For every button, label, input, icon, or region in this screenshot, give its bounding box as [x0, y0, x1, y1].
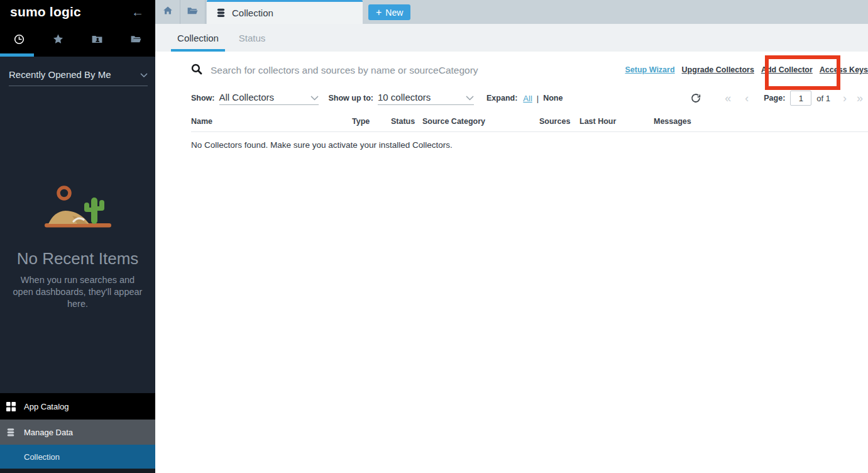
- open-folder-icon: [187, 5, 199, 19]
- sidebar-tab-library[interactable]: [116, 24, 155, 57]
- subtab-bar: Collection Status: [155, 24, 868, 52]
- home-icon: [162, 5, 173, 19]
- expand-none-label[interactable]: None: [543, 94, 563, 103]
- active-nav-indicator: [0, 53, 34, 57]
- subtab-collection[interactable]: Collection: [171, 24, 225, 52]
- sumo-logic-logo: sumo logic: [10, 4, 81, 19]
- subtab-status[interactable]: Status: [225, 24, 279, 52]
- home-button[interactable]: [155, 0, 180, 24]
- open-folder-icon: [130, 33, 142, 48]
- tab-strip: Collection + New: [155, 0, 868, 24]
- tab-collection[interactable]: Collection: [207, 0, 363, 24]
- sidebar-item-label: Collection: [24, 452, 60, 462]
- prev-page-icon[interactable]: ‹: [745, 92, 749, 104]
- app-window: sumo logic ← Recently Opened By Me: [0, 0, 868, 473]
- tab-label: Collection: [232, 8, 273, 18]
- sidebar-item-label: Manage Data: [24, 428, 73, 437]
- show-select[interactable]: All Collectors: [219, 92, 319, 105]
- access-keys-link[interactable]: Access Keys: [820, 65, 868, 74]
- desert-illustration: [31, 224, 125, 235]
- sidebar-icon-nav: [0, 24, 155, 57]
- setup-wizard-link[interactable]: Setup Wizard: [625, 65, 675, 74]
- empty-state-description: When you run searches and open dashboard…: [12, 274, 144, 310]
- filter-row: Show: All Collectors Show up to: 10 coll…: [155, 86, 868, 111]
- empty-state-title: No Recent Items: [0, 249, 155, 269]
- sidebar-item-app-catalog[interactable]: App Catalog: [0, 393, 155, 420]
- first-page-icon[interactable]: «: [725, 92, 731, 104]
- new-button[interactable]: + New: [368, 4, 410, 20]
- page-total-label: of 1: [816, 94, 830, 103]
- sidebar-tab-shared[interactable]: [78, 24, 117, 57]
- sidebar: sumo logic ← Recently Opened By Me: [0, 0, 155, 473]
- sidebar-bottom-menu: App Catalog Manage Data Collection: [0, 393, 155, 473]
- show-up-to-value: 10 collectors: [378, 92, 431, 103]
- new-button-label: New: [385, 8, 403, 18]
- col-header-messages: Messages: [654, 117, 691, 126]
- page-label: Page:: [764, 94, 785, 103]
- col-header-sources: Sources: [539, 117, 570, 126]
- collection-database-icon: [216, 8, 226, 18]
- sidebar-item-manage-data[interactable]: Manage Data: [0, 420, 155, 445]
- refresh-icon[interactable]: [691, 93, 701, 103]
- star-icon: [52, 33, 64, 48]
- add-collector-link[interactable]: Add Collector: [761, 65, 813, 74]
- database-icon: [6, 427, 16, 438]
- col-header-last-hour: Last Hour: [580, 117, 616, 126]
- table-header: Name Type Status Source Category Sources…: [191, 114, 868, 132]
- show-label: Show:: [191, 94, 215, 103]
- library-button[interactable]: [180, 0, 206, 24]
- sidebar-item-label: App Catalog: [24, 402, 69, 411]
- sidebar-tab-favorites[interactable]: [39, 24, 78, 57]
- col-header-status: Status: [391, 117, 415, 126]
- expand-all-link[interactable]: All: [523, 94, 532, 103]
- grid-icon: [6, 402, 16, 411]
- subtab-label: Status: [239, 33, 266, 43]
- page-number-input[interactable]: [790, 91, 811, 106]
- expand-label: Expand:: [486, 94, 517, 103]
- collection-content: Setup Wizard Upgrade Collectors Add Coll…: [155, 52, 868, 473]
- plus-icon: +: [376, 8, 382, 18]
- search-input[interactable]: [211, 65, 600, 76]
- next-page-icon[interactable]: ›: [843, 92, 847, 104]
- sidebar-empty-state: No Recent Items When you run searches an…: [0, 184, 155, 310]
- sidebar-header: sumo logic ←: [0, 0, 155, 24]
- col-header-type: Type: [352, 117, 370, 126]
- recently-opened-selector[interactable]: Recently Opened By Me: [9, 69, 148, 86]
- chevron-down-icon: [140, 69, 148, 80]
- chevron-down-icon: [310, 92, 319, 103]
- sidebar-bottom-strip: [0, 469, 155, 473]
- toolbar-links: Setup Wizard Upgrade Collectors Add Coll…: [625, 65, 868, 74]
- search-icon: [191, 64, 202, 77]
- sidebar-item-collection[interactable]: Collection: [0, 445, 155, 469]
- show-up-to-select[interactable]: 10 collectors: [378, 92, 474, 105]
- col-header-source-category: Source Category: [422, 117, 485, 126]
- expand-divider: |: [537, 94, 539, 103]
- main-area: Collection + New Collection Status Setup: [155, 0, 868, 473]
- last-page-icon[interactable]: »: [857, 92, 863, 104]
- collapse-sidebar-arrow-icon[interactable]: ←: [131, 6, 144, 18]
- col-header-name: Name: [191, 117, 212, 126]
- subtab-label: Collection: [177, 33, 219, 43]
- empty-table-message: No Collectors found. Make sure you activ…: [191, 140, 868, 150]
- recently-opened-label: Recently Opened By Me: [9, 69, 111, 80]
- chevron-down-icon: [466, 92, 474, 103]
- show-up-to-label: Show up to:: [329, 94, 374, 103]
- pagination: « ‹ Page: of 1 › »: [691, 86, 863, 111]
- sidebar-tab-recents[interactable]: [0, 24, 39, 57]
- upgrade-collectors-link[interactable]: Upgrade Collectors: [682, 65, 754, 74]
- show-select-value: All Collectors: [219, 92, 275, 103]
- folder-user-icon: [91, 33, 103, 48]
- clock-icon: [13, 33, 25, 48]
